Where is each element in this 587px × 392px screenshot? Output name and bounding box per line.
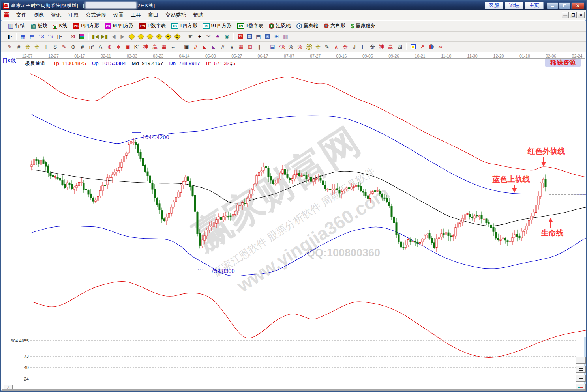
tb2-web-tool-button[interactable]: ♣ bbox=[214, 33, 222, 40]
tb2-calculator-icon[interactable]: ▦ bbox=[245, 33, 253, 40]
kline-chart[interactable]: 赢家财富网赢家江恩软件 股票分析软件 周期工具软件www.yingjia360.… bbox=[1, 52, 587, 390]
tb3-angle-si-button[interactable]: 四 bbox=[396, 43, 404, 50]
tb2-cn-marker-button[interactable]: ⊠ bbox=[69, 33, 77, 40]
tb2-period-candle-button[interactable]: ▮▾ bbox=[6, 33, 14, 40]
tb2-region-view-button[interactable]: ▦ bbox=[19, 33, 27, 40]
tb3-angle-shen-button[interactable]: 神 bbox=[377, 43, 386, 50]
tb3-draw-pen-button[interactable]: ✎ bbox=[6, 43, 14, 50]
titlebar-link-zhuye[interactable]: 主页 bbox=[525, 2, 544, 9]
menu-item-trade[interactable]: 交易委托 bbox=[162, 11, 189, 19]
tb3-angle-gold-button[interactable]: 金 bbox=[368, 43, 377, 50]
tb2-page-next-button[interactable]: ▶ bbox=[118, 33, 127, 40]
tb2-goto-last-button[interactable]: ▶▮ bbox=[100, 33, 109, 40]
tb2-candle-style-button[interactable]: ▯▾ bbox=[55, 33, 64, 40]
tb2-diamond-cross-icon[interactable]: × bbox=[155, 33, 163, 40]
child-minimize-button[interactable]: — bbox=[562, 12, 569, 18]
menu-item-settings[interactable]: 设置 bbox=[110, 11, 127, 19]
tb3-red-target-button[interactable]: ⊕ bbox=[105, 43, 114, 50]
tb1-p-number-table-button[interactable]: PNP数字表 bbox=[137, 21, 169, 31]
titlebar-link-kefu[interactable]: 客服 bbox=[485, 2, 503, 9]
indicator-dropdown-icon[interactable]: ▼ bbox=[230, 63, 233, 67]
menu-item-window[interactable]: 窗口 bbox=[144, 11, 162, 19]
tb3-fan-box-purple-button[interactable]: ◣ bbox=[210, 43, 218, 50]
tb3-seven-percent-button[interactable]: 7% bbox=[278, 43, 286, 50]
tb2-calendar-icon[interactable]: 21 bbox=[236, 33, 244, 40]
tb1-winner-wheel-button[interactable]: 赢家轮 bbox=[294, 21, 321, 31]
tb3-grid-red-button[interactable]: ▦ bbox=[237, 43, 245, 50]
titlebar-link-luntan[interactable]: 论坛 bbox=[505, 2, 523, 9]
tb3-gold-circle-button[interactable]: 金 bbox=[305, 43, 313, 50]
tb1-sectors-button[interactable]: ▩板块 bbox=[28, 21, 50, 31]
tb3-mini-chart-button[interactable]: ↗ bbox=[418, 43, 426, 50]
menu-item-stock-picker[interactable]: 公式选股 bbox=[82, 11, 110, 19]
tb3-num-grid-button[interactable]: ▦ bbox=[160, 43, 168, 50]
tb3-angle-j-button[interactable]: J bbox=[350, 43, 358, 50]
horizontal-scrollbar[interactable] bbox=[2, 389, 585, 391]
tb1-kline-button[interactable]: K线 bbox=[50, 21, 70, 31]
tb3-shen-tool-button[interactable]: 神 bbox=[142, 43, 150, 50]
menu-item-gann[interactable]: 江恩 bbox=[65, 11, 82, 19]
menu-item-help[interactable]: 帮助 bbox=[189, 11, 207, 19]
tb1-winner-service-button[interactable]: $赢家服务 bbox=[348, 21, 378, 31]
tb2-diamond-plus-icon[interactable]: + bbox=[164, 33, 172, 40]
tb3-infinity-button[interactable]: ∞ bbox=[436, 43, 444, 50]
child-close-button[interactable]: ✕ bbox=[578, 12, 585, 18]
tb3-box-web-button[interactable]: ▣ bbox=[124, 43, 132, 50]
tb3-angle-ying-button[interactable]: 赢 bbox=[386, 43, 395, 50]
tb3-box-corner-button[interactable]: ▣ bbox=[182, 43, 191, 50]
tb1-quote-button[interactable]: ▦行情 bbox=[5, 21, 28, 31]
tb3-a-line-button[interactable]: A bbox=[96, 43, 105, 50]
tb1-p-square-button[interactable]: PSP四方形 bbox=[70, 21, 102, 31]
tb3-n-square-button[interactable]: n² bbox=[87, 43, 96, 50]
tb3-brush-black-button[interactable]: ✎ bbox=[323, 43, 331, 50]
tb3-parallel-lines-button[interactable]: ∥ bbox=[255, 43, 263, 50]
menu-item-tools[interactable]: 工具 bbox=[127, 11, 144, 19]
tb3-ying-tool-button[interactable]: 赢 bbox=[151, 43, 159, 50]
tb2-measure-tool-button[interactable]: ✂ bbox=[204, 33, 213, 40]
tb3-golden-section-h-button[interactable]: 金 bbox=[24, 43, 32, 50]
tb2-page-prev-button[interactable]: ◀ bbox=[109, 33, 118, 40]
tb2-save-icon[interactable]: ▣ bbox=[263, 33, 272, 40]
tb2-wave-9-button[interactable]: ≈9 bbox=[46, 33, 54, 40]
tb3-grid-highlight-icon[interactable] bbox=[409, 43, 417, 50]
tb3-grid-lines-button[interactable]: # bbox=[15, 43, 23, 50]
tb2-wave-3-button[interactable]: ≈3 bbox=[37, 33, 45, 40]
menu-item-browse[interactable]: 浏览 bbox=[30, 11, 47, 19]
tb2-notepad-button[interactable]: ▤ bbox=[254, 33, 263, 40]
tb2-color-flag-icon[interactable] bbox=[78, 33, 86, 40]
tb3-h-expand-button[interactable]: ↔ bbox=[169, 43, 177, 50]
tb3-gann-fan-button[interactable]: // bbox=[191, 43, 200, 50]
tb2-diamond-circle-icon[interactable]: ⊕ bbox=[173, 33, 181, 40]
tb3-gann-fan-box-button[interactable]: ◣ bbox=[201, 43, 209, 50]
tb2-crosshair-tool-button[interactable]: + bbox=[195, 33, 204, 40]
tb3-circle-gauge-button[interactable]: ⊕ bbox=[69, 43, 77, 50]
tb3-brush-red-button[interactable]: ✎ bbox=[60, 43, 68, 50]
tb3-star-web-button[interactable]: ∗ bbox=[114, 43, 123, 50]
close-button[interactable]: ✕ bbox=[571, 2, 584, 9]
tb3-grid-arrow-button[interactable]: ⊞ bbox=[246, 43, 254, 50]
tb3-trend-lines-button[interactable]: // bbox=[219, 43, 227, 50]
tb3-v-lines-button[interactable]: ∨ bbox=[228, 43, 236, 50]
tb1-t-number-table-button[interactable]: TNT数字表 bbox=[234, 21, 266, 31]
menu-item-file[interactable]: 文件 bbox=[13, 11, 30, 19]
tb3-a-wave-red-button[interactable]: ∧ bbox=[332, 43, 340, 50]
tb2-hand-tool-button[interactable]: ☛ bbox=[186, 33, 195, 40]
tb1-t-square-button[interactable]: TST四方形 bbox=[169, 21, 200, 31]
tb2-goto-first-button[interactable]: ▮◀ bbox=[91, 33, 99, 40]
menu-item-news[interactable]: 资讯 bbox=[47, 11, 65, 19]
tb3-yinyang-icon[interactable] bbox=[427, 43, 435, 50]
tb1-9p-square-button[interactable]: P99P四方形 bbox=[102, 21, 137, 31]
tb3-f-lines-button[interactable]: Ŧ bbox=[42, 43, 50, 50]
tb2-diamond-both-icon[interactable]: ↔ bbox=[146, 33, 154, 40]
tb1-hexagon-button[interactable]: 六角形 bbox=[321, 21, 348, 31]
tb2-net-tool-button[interactable]: ◉ bbox=[223, 33, 231, 40]
tb3-spiral-button[interactable]: S bbox=[51, 43, 59, 50]
tb2-diamond-right-icon[interactable]: → bbox=[137, 33, 145, 40]
layout-one-button[interactable] bbox=[576, 375, 586, 382]
tb3-percent-lines-button[interactable]: % bbox=[296, 43, 304, 50]
tb3-golden-section-v-button[interactable]: 金 bbox=[33, 43, 41, 50]
tb2-info-panel-button[interactable]: ▤ bbox=[28, 33, 36, 40]
tb1-9t-square-button[interactable]: T99T四方形 bbox=[200, 21, 234, 31]
tb3-percent-button[interactable]: % bbox=[287, 43, 295, 50]
tb3-angle-f-button[interactable]: F bbox=[359, 43, 368, 50]
